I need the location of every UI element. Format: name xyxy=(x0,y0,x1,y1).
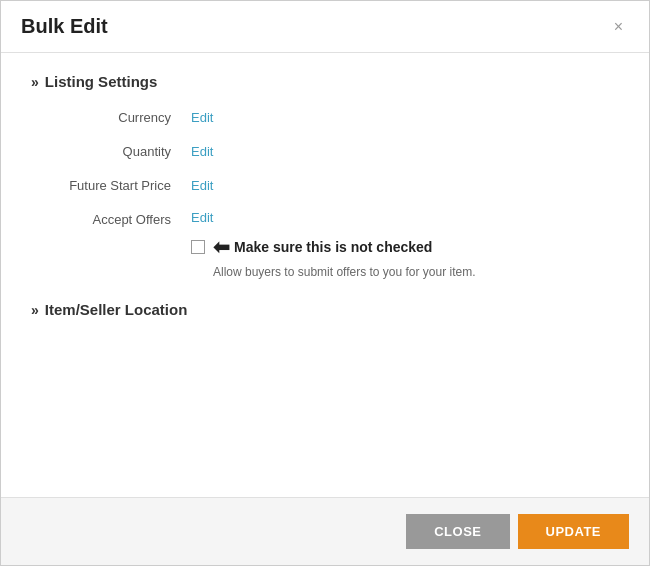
accept-offers-note: ⬅ Make sure this is not checked xyxy=(213,235,432,259)
item-seller-location-header: » Item/Seller Location xyxy=(31,301,619,318)
quantity-edit-link[interactable]: Edit xyxy=(191,144,213,159)
modal-title: Bulk Edit xyxy=(21,15,108,38)
quantity-row: Quantity Edit xyxy=(31,142,619,160)
close-x-button[interactable]: × xyxy=(608,17,629,37)
accept-offers-description: Allow buyers to submit offers to you for… xyxy=(213,265,619,279)
currency-edit-link[interactable]: Edit xyxy=(191,110,213,125)
listing-settings-label: Listing Settings xyxy=(45,73,158,90)
accept-offers-checkbox-row: ⬅ Make sure this is not checked xyxy=(191,235,619,259)
accept-offers-checkbox[interactable] xyxy=(191,240,205,254)
update-button[interactable]: UPDATE xyxy=(518,514,629,549)
currency-value: Edit xyxy=(191,108,619,126)
modal-footer: CLOSE UPDATE xyxy=(1,497,649,565)
future-start-price-edit-link[interactable]: Edit xyxy=(191,178,213,193)
accept-offers-edit-link[interactable]: Edit xyxy=(191,210,619,225)
bulk-edit-modal: Bulk Edit × » Listing Settings Currency … xyxy=(0,0,650,566)
future-start-price-row: Future Start Price Edit xyxy=(31,176,619,194)
accept-offers-label: Accept Offers xyxy=(41,210,191,227)
item-seller-location-chevron: » xyxy=(31,302,39,318)
left-arrow-icon: ⬅ xyxy=(213,235,230,259)
currency-row: Currency Edit xyxy=(31,108,619,126)
accept-offers-content: Edit ⬅ Make sure this is not checked All… xyxy=(191,210,619,279)
accept-offers-label-row: Accept Offers Edit ⬅ Make sure this is n… xyxy=(41,210,619,279)
listing-settings-chevron: » xyxy=(31,74,39,90)
listing-settings-header: » Listing Settings xyxy=(31,73,619,90)
modal-header: Bulk Edit × xyxy=(1,1,649,53)
close-button[interactable]: CLOSE xyxy=(406,514,509,549)
future-start-price-value: Edit xyxy=(191,176,619,194)
future-start-price-label: Future Start Price xyxy=(41,176,191,193)
currency-label: Currency xyxy=(41,108,191,125)
accept-offers-note-text: Make sure this is not checked xyxy=(234,239,432,255)
item-seller-location-label: Item/Seller Location xyxy=(45,301,188,318)
modal-body: » Listing Settings Currency Edit Quantit… xyxy=(1,53,649,497)
accept-offers-section: Accept Offers Edit ⬅ Make sure this is n… xyxy=(31,210,619,279)
quantity-label: Quantity xyxy=(41,142,191,159)
quantity-value: Edit xyxy=(191,142,619,160)
